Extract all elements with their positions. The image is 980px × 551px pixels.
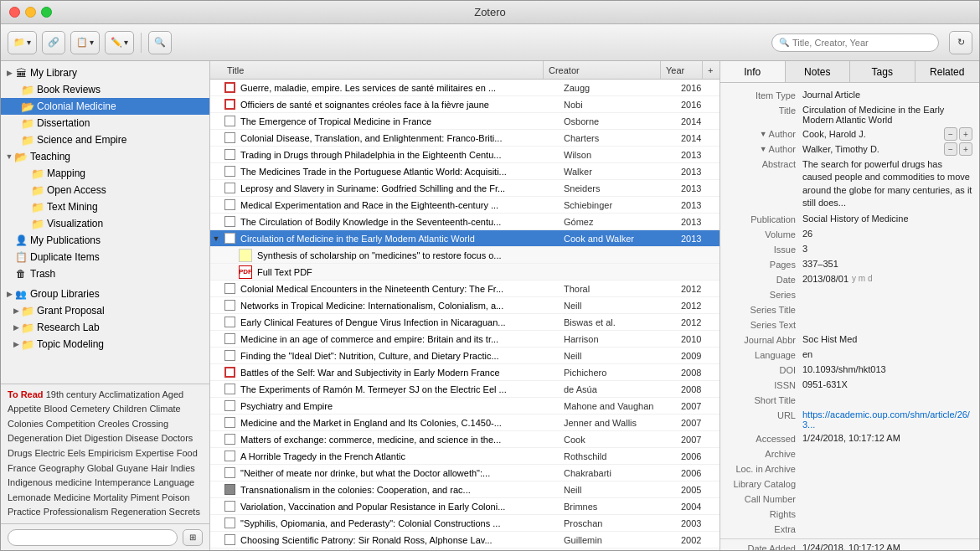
- tag-global[interactable]: Global: [87, 463, 116, 473]
- table-row[interactable]: Madness and Colonization: Psychiatry in …: [210, 548, 720, 550]
- close-button[interactable]: [9, 7, 20, 18]
- sync-button[interactable]: ↻: [949, 31, 972, 54]
- table-row[interactable]: Matters of exchange: commerce, medicine,…: [210, 431, 720, 448]
- tag-search-box[interactable]: [8, 529, 178, 546]
- sidebar-item-grant-proposal[interactable]: ▶ 📁 Grant Proposal: [1, 302, 209, 319]
- new-item-button[interactable]: 📁 ▾: [8, 31, 37, 54]
- tag-creoles[interactable]: Creoles: [98, 419, 132, 429]
- table-row[interactable]: Guerre, maladie, empire. Les services de…: [210, 80, 720, 96]
- table-row[interactable]: Transnationalism in the colonies: Cooper…: [210, 481, 720, 498]
- tag-colonies[interactable]: Colonies: [8, 419, 46, 429]
- tag-lemonade[interactable]: Lemonade: [8, 492, 54, 502]
- table-row[interactable]: Colonial Disease, Translation, and Enlig…: [210, 130, 720, 147]
- author1-remove-button[interactable]: −: [944, 127, 957, 141]
- tag-secrets[interactable]: Secrets: [169, 507, 200, 517]
- tag-mortality[interactable]: Mortality: [93, 492, 131, 502]
- sidebar-item-science-empire[interactable]: 📁 Science and Empire: [1, 131, 209, 148]
- tag-cemetery[interactable]: Cemetery: [70, 404, 113, 414]
- title-column-header[interactable]: Title: [222, 61, 544, 79]
- tag-digestion[interactable]: Digestion: [85, 433, 126, 443]
- tag-blood[interactable]: Blood: [44, 404, 70, 414]
- title-value[interactable]: Circulation of Medicine in the Early Mod…: [802, 105, 972, 125]
- sidebar-item-open-access[interactable]: 📁 Open Access: [1, 182, 209, 198]
- tag-regeneration[interactable]: Regeneration: [111, 507, 169, 517]
- tag-indies[interactable]: Indies: [170, 463, 194, 473]
- tag-acclimatization[interactable]: Acclimatization: [99, 389, 162, 399]
- extra-col-header[interactable]: +: [703, 61, 720, 79]
- maximize-button[interactable]: [41, 7, 52, 18]
- tag-guyane[interactable]: Guyane: [116, 463, 152, 473]
- sidebar-item-duplicate-items[interactable]: 📋 Duplicate Items: [1, 249, 209, 265]
- sidebar-item-book-reviews[interactable]: 📁 Book Reviews: [1, 81, 209, 98]
- table-row[interactable]: Psychiatry and Empire Mahone and Vaughan…: [210, 398, 720, 415]
- language-value[interactable]: en: [802, 349, 972, 359]
- tag-view-button[interactable]: ⊞: [183, 529, 203, 546]
- url-value[interactable]: https://academic.oup.com/shm/article/26/…: [802, 409, 972, 430]
- accessed-value[interactable]: 1/24/2018, 10:17:12 AM: [802, 433, 972, 443]
- author2-remove-button[interactable]: −: [944, 142, 957, 156]
- tag-crossing[interactable]: Crossing: [132, 419, 168, 429]
- table-row[interactable]: A Horrible Tragedy in the French Atlanti…: [210, 448, 720, 465]
- author1-add-button[interactable]: +: [959, 127, 972, 141]
- author1-name[interactable]: Cook, Harold J.: [802, 129, 941, 139]
- sidebar-item-my-library[interactable]: ▶ 🏛 My Library: [1, 64, 209, 81]
- sidebar-item-trash[interactable]: 🗑 Trash: [1, 265, 209, 282]
- tab-info[interactable]: Info: [720, 61, 786, 82]
- table-row[interactable]: Battles of the Self: War and Subjectivit…: [210, 364, 720, 381]
- search-button[interactable]: 🔍: [148, 31, 172, 54]
- tag-electric-eels[interactable]: Electric Eels: [34, 448, 88, 458]
- sidebar-item-mapping[interactable]: 📁 Mapping: [1, 165, 209, 182]
- minimize-button[interactable]: [25, 7, 36, 18]
- tab-related[interactable]: Related: [916, 61, 980, 82]
- table-row[interactable]: Medicine in an age of commerce and empir…: [210, 331, 720, 348]
- issue-value[interactable]: 3: [802, 244, 972, 254]
- sidebar-item-visualization[interactable]: 📁 Visualization: [1, 215, 209, 232]
- tag-empiricism[interactable]: Empiricism: [88, 448, 136, 458]
- tag-drugs[interactable]: Drugs: [8, 448, 34, 458]
- tag-hair[interactable]: Hair: [151, 463, 170, 473]
- row-expand[interactable]: ▼: [210, 234, 222, 243]
- tag-disease[interactable]: Disease: [126, 433, 162, 443]
- add-item-button[interactable]: ✏️ ▾: [105, 31, 134, 54]
- tag-poison[interactable]: Poison: [162, 492, 190, 502]
- tag-france[interactable]: France: [8, 463, 39, 473]
- tag-practice[interactable]: Practice: [8, 507, 44, 517]
- table-row[interactable]: The Emergence of Tropical Medicine in Fr…: [210, 113, 720, 130]
- sidebar-item-teaching[interactable]: ▼ 📂 Teaching: [1, 148, 209, 165]
- table-row[interactable]: "Syphilis, Opiomania, and Pederasty": Co…: [210, 515, 720, 532]
- tag-medicine[interactable]: Medicine: [54, 492, 93, 502]
- tag-19th-century[interactable]: 19th century: [46, 389, 99, 399]
- issn-value[interactable]: 0951-631X: [802, 379, 972, 389]
- table-row[interactable]: The Circulation of Bodily Knowledge in t…: [210, 214, 720, 230]
- doi-value[interactable]: 10.1093/shm/hkt013: [802, 364, 972, 374]
- table-row[interactable]: Medicine and the Market in England and I…: [210, 415, 720, 431]
- tab-notes[interactable]: Notes: [786, 61, 851, 82]
- tag-appetite[interactable]: Appetite: [8, 404, 44, 414]
- journal-abbr-value[interactable]: Soc Hist Med: [802, 334, 972, 344]
- table-row[interactable]: The Medicines Trade in the Portuguese At…: [210, 163, 720, 180]
- abstract-value[interactable]: The search for powerful drugs has caused…: [802, 158, 972, 210]
- author2-name[interactable]: Walker, Timothy D.: [802, 144, 941, 154]
- tag-diet[interactable]: Diet: [65, 433, 85, 443]
- table-row[interactable]: The Experiments of Ramón M. Termeyer SJ …: [210, 381, 720, 398]
- tag-piment[interactable]: Piment: [131, 492, 162, 502]
- table-row[interactable]: Trading in Drugs through Philadelphia in…: [210, 147, 720, 163]
- table-row[interactable]: Networks in Tropical Medicine: Internati…: [210, 297, 720, 314]
- new-note-button[interactable]: 📋 ▾: [70, 31, 100, 54]
- sidebar-group-libraries[interactable]: ▶ 👥 Group Libraries: [1, 286, 209, 302]
- tag-food[interactable]: Food: [177, 448, 198, 458]
- tag-aged[interactable]: Aged: [162, 389, 183, 399]
- author2-add-button[interactable]: +: [959, 142, 972, 156]
- sidebar-item-research-lab[interactable]: ▶ 📁 Research Lab: [1, 319, 209, 336]
- table-row-child[interactable]: Synthesis of scholarship on "medicines" …: [210, 247, 720, 264]
- table-row-child[interactable]: PDF Full Text PDF: [210, 264, 720, 281]
- tag-doctors[interactable]: Doctors: [161, 433, 193, 443]
- table-row[interactable]: Choosing Scientific Patrony: Sir Ronald …: [210, 532, 720, 548]
- add-attachment-button[interactable]: 🔗: [42, 31, 65, 54]
- table-row[interactable]: Early Clinical Features of Dengue Virus …: [210, 314, 720, 331]
- tag-intemperance[interactable]: Intemperance: [95, 477, 153, 487]
- tag-climate[interactable]: Climate: [149, 404, 180, 414]
- tab-tags[interactable]: Tags: [850, 61, 916, 82]
- sidebar-item-my-publications[interactable]: 👤 My Publications: [1, 232, 209, 249]
- search-input[interactable]: [792, 38, 931, 48]
